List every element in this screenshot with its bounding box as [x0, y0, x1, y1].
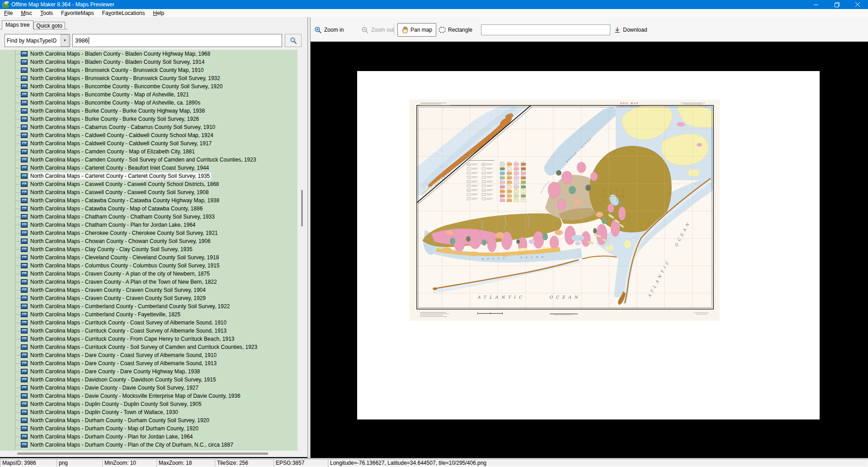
map-viewport[interactable]: ATLANTIC OCEAN ATLANTIC OCEAN BOGUE SOUN… [311, 42, 868, 458]
tree-item[interactable]: North Carolina Maps - Currituck County -… [0, 327, 297, 335]
tree-item[interactable]: North Carolina Maps - Camden County - Ma… [0, 148, 297, 156]
search-button[interactable] [285, 34, 302, 47]
scrollbar-corner [297, 451, 307, 457]
tree-item[interactable]: North Carolina Maps - Dare County - Dare… [0, 367, 297, 376]
tree-item[interactable]: North Carolina Maps - Dare County - Coas… [0, 351, 297, 359]
tree-item[interactable]: North Carolina Maps - Caldwell County - … [0, 139, 297, 148]
scrollbar-thumb[interactable] [301, 190, 303, 226]
tree-item[interactable]: North Carolina Maps - Davidson County - … [0, 376, 297, 384]
tree-item[interactable]: North Carolina Maps - Durham County - Ma… [0, 424, 297, 433]
map-thumbnail-icon [21, 108, 28, 114]
restore-button[interactable] [826, 0, 847, 9]
find-by-select[interactable]: Find by MapsTypeID ▼ [5, 34, 70, 47]
menu-file[interactable]: File [0, 9, 17, 17]
panel-splitter[interactable] [307, 17, 311, 458]
tree-item[interactable]: North Carolina Maps - Davie County - Moc… [0, 392, 297, 400]
text-caret [89, 37, 89, 44]
tree-item[interactable]: North Carolina Maps - Chowan County - Ch… [0, 237, 297, 245]
scrollbar-thumb[interactable] [17, 453, 268, 455]
tree-item[interactable]: North Carolina Maps - Burke County - Bur… [0, 115, 297, 123]
tree-item[interactable]: North Carolina Maps - Caldwell County - … [0, 131, 297, 139]
tree-item[interactable]: North Carolina Maps - Currituck County -… [0, 335, 297, 343]
tree-horizontal-scrollbar[interactable] [0, 451, 297, 457]
tree-item[interactable]: North Carolina Maps - Durham County - Du… [0, 416, 297, 424]
tree-connector [15, 282, 20, 282]
tree-item[interactable]: North Carolina Maps - Clay County - Clay… [0, 245, 297, 253]
tree-connector [15, 315, 20, 315]
pan-map-button[interactable]: Pan map [397, 23, 436, 37]
tree-item[interactable]: North Carolina Maps - Bladen County - Bl… [0, 58, 297, 66]
tree-item[interactable]: North Carolina Maps - Brunswick County -… [0, 74, 297, 82]
status-cell: MinZoom: 10 [102, 459, 156, 467]
zoom-out-button[interactable]: Zoom out [361, 23, 394, 37]
tree-item-label: North Carolina Maps - Buncombe County - … [29, 99, 202, 106]
tree-item[interactable]: North Carolina Maps - Dare County - Coas… [0, 359, 297, 367]
tree-item[interactable]: North Carolina Maps - Chatham County - P… [0, 221, 297, 229]
soil-map-sheet[interactable]: ATLANTIC OCEAN ATLANTIC OCEAN BOGUE SOUN… [410, 100, 720, 321]
tree-item[interactable]: North Carolina Maps - Durham County - Pl… [0, 441, 297, 449]
menu-favoritemaps[interactable]: FavoriteMaps [57, 9, 98, 17]
tab-maps-tree[interactable]: Maps tree [2, 20, 33, 29]
status-cell: MapsID: 3986 [0, 459, 57, 467]
tree-item[interactable]: North Carolina Maps - Carteret County - … [0, 172, 297, 180]
toolbar-input[interactable] [481, 24, 610, 35]
minimize-button[interactable] [806, 0, 826, 9]
status-bar: MapsID: 3986pngMinZoom: 10MaxZoom: 18Til… [0, 458, 868, 467]
tree-item[interactable]: North Carolina Maps - Craven County - A … [0, 270, 297, 278]
tab-quick-goto[interactable]: Quick goto [33, 22, 65, 29]
tree-connector [15, 143, 20, 144]
menu-help[interactable]: Help [149, 9, 169, 17]
map-thumbnail-icon [21, 263, 28, 268]
map-thumbnail-icon [21, 369, 28, 374]
tree-item[interactable]: North Carolina Maps - Columbus County - … [0, 262, 297, 270]
tree-item[interactable]: North Carolina Maps - Currituck County -… [0, 319, 297, 327]
map-thumbnail-icon [21, 336, 28, 342]
zoom-in-button[interactable]: Zoom in [314, 23, 344, 37]
menu-favoritelocations[interactable]: FavoriteLocations [98, 9, 149, 17]
tree-item[interactable]: North Carolina Maps - Chatham County - C… [0, 213, 297, 221]
search-input[interactable]: 3986 [72, 34, 282, 47]
menu-tools[interactable]: Tools [36, 9, 57, 17]
tree-item[interactable]: North Carolina Maps - Cherokee County - … [0, 229, 297, 237]
tree-item-label: North Carolina Maps - Caswell County - C… [29, 181, 221, 188]
zoom-in-icon [314, 26, 322, 34]
tree-item[interactable]: North Carolina Maps - Burke County - Bur… [0, 107, 297, 115]
tree-item[interactable]: North Carolina Maps - Durham County - Pl… [0, 433, 297, 441]
tree-item[interactable]: North Carolina Maps - Catawba County - M… [0, 205, 297, 213]
tree-item[interactable]: North Carolina Maps - Catawba County - C… [0, 196, 297, 205]
chevron-down-icon[interactable]: ▼ [61, 34, 69, 47]
tree-item[interactable]: North Carolina Maps - Caswell County - C… [0, 188, 297, 196]
tree-item[interactable]: North Carolina Maps - Craven County - A … [0, 278, 297, 286]
tree-item[interactable]: North Carolina Maps - Duplin County - To… [0, 408, 297, 416]
tree-item[interactable]: North Carolina Maps - Cleveland County -… [0, 253, 297, 262]
tree-item[interactable]: North Carolina Maps - Cumberland County … [0, 310, 297, 319]
tree-item-label: North Carolina Maps - Brunswick County -… [29, 67, 205, 74]
tree-item[interactable]: North Carolina Maps - Craven County - Cr… [0, 286, 297, 294]
tree-item[interactable]: North Carolina Maps - Caswell County - C… [0, 180, 297, 188]
tree-item[interactable]: North Carolina Maps - Buncombe County - … [0, 99, 297, 107]
tree-item[interactable]: North Carolina Maps - Buncombe County - … [0, 91, 297, 99]
tree-item[interactable]: North Carolina Maps - Cumberland County … [0, 302, 297, 310]
tree-item[interactable]: North Carolina Maps - Buncombe County - … [0, 82, 297, 91]
tree-item[interactable]: North Carolina Maps - Brunswick County -… [0, 66, 297, 74]
tree-vertical-scrollbar[interactable] [297, 50, 307, 451]
rectangle-button[interactable]: Rectangle [439, 23, 472, 37]
tree-item[interactable]: North Carolina Maps - Camden County - So… [0, 156, 297, 164]
map-page[interactable]: ATLANTIC OCEAN ATLANTIC OCEAN BOGUE SOUN… [357, 71, 820, 419]
tree-connector [15, 339, 20, 339]
tree-item[interactable]: North Carolina Maps - Cabarrus County - … [0, 123, 297, 131]
tree-item[interactable]: North Carolina Maps - Craven County - Cr… [0, 294, 297, 302]
close-button[interactable] [847, 0, 868, 9]
tree-item[interactable]: North Carolina Maps - Duplin County - Du… [0, 400, 297, 408]
menu-misc[interactable]: Misc [17, 9, 36, 17]
tree-connector [15, 257, 20, 258]
tree-item[interactable]: North Carolina Maps - Davie County - Dav… [0, 384, 297, 392]
tree-item[interactable]: North Carolina Maps - Currituck County -… [0, 343, 297, 351]
tree-item[interactable]: North Carolina Maps - Bladen County - Bl… [0, 50, 297, 58]
tree-item[interactable]: North Carolina Maps - Carteret County - … [0, 164, 297, 172]
download-button[interactable]: Download [614, 23, 647, 37]
hand-icon [401, 26, 408, 33]
rectangle-select-icon [439, 26, 446, 33]
restore-icon [835, 2, 840, 7]
maps-tree-list[interactable]: North Carolina Maps - Bladen County - Bl… [0, 50, 297, 451]
